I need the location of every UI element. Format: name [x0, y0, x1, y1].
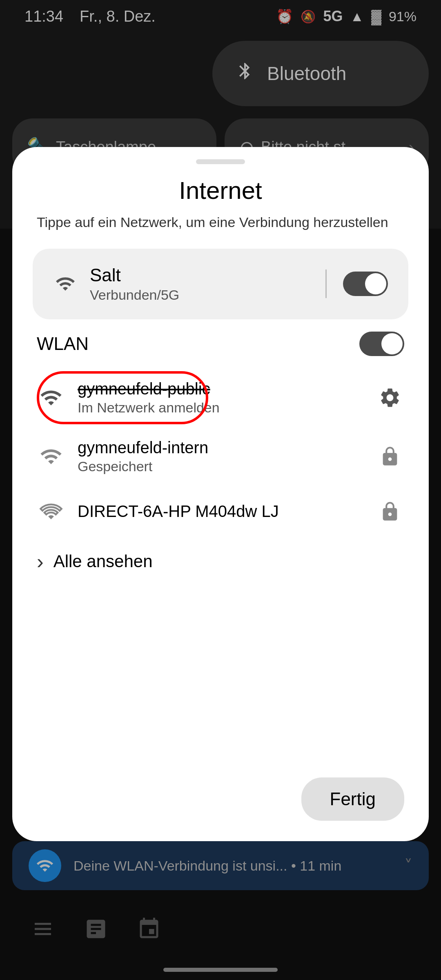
modal-title: Internet	[12, 164, 429, 205]
mobile-card-divider	[325, 270, 327, 298]
wifi-signal-icon-intern	[37, 442, 65, 471]
modal-subtitle: Tippe auf ein Netzwerk, um eine Verbindu…	[12, 205, 429, 232]
alle-ansehen-row[interactable]: › Alle ansehen	[12, 537, 429, 586]
wifi-item-direct6a[interactable]: DIRECT-6A-HP M404dw LJ	[12, 486, 429, 537]
wifi-item-gymneufeld-intern[interactable]: gymneufeld-intern Gespeichert	[12, 427, 429, 486]
wifi-info-direct6a: DIRECT-6A-HP M404dw LJ	[78, 502, 363, 521]
wifi-name-intern: gymneufeld-intern	[78, 439, 363, 457]
alle-ansehen-label: Alle ansehen	[53, 552, 153, 571]
wifi-signal-icon-direct6a	[37, 497, 65, 526]
modal-footer: Fertig	[12, 586, 429, 841]
wifi-name-public: gymneufeld-public	[78, 380, 363, 398]
wifi-settings-icon-public[interactable]	[376, 383, 404, 412]
mobile-status: Verbunden/5G	[90, 287, 309, 303]
wifi-lock-icon-direct6a	[376, 497, 404, 526]
wlan-label: WLAN	[37, 334, 351, 354]
wifi-item-gymneufeld-public[interactable]: gymneufeld-public Im Netzwerk anmelden	[12, 368, 429, 427]
wlan-row[interactable]: WLAN	[12, 319, 429, 368]
modal-handle	[196, 159, 245, 164]
wlan-toggle[interactable]	[359, 332, 404, 356]
wifi-lock-icon-intern	[376, 442, 404, 471]
fertig-button[interactable]: Fertig	[301, 777, 404, 821]
wifi-info-intern: gymneufeld-intern Gespeichert	[78, 439, 363, 474]
wifi-status-intern: Gespeichert	[78, 459, 363, 474]
wlan-toggle-knob	[381, 333, 403, 354]
mobile-signal-icon	[53, 272, 78, 296]
mobile-card[interactable]: Salt Verbunden/5G	[33, 249, 408, 319]
wifi-info-public: gymneufeld-public Im Netzwerk anmelden	[78, 380, 363, 416]
wifi-status-public: Im Netzwerk anmelden	[78, 400, 363, 416]
toggle-knob	[365, 273, 386, 294]
internet-modal: Internet Tippe auf ein Netzwerk, um eine…	[12, 147, 429, 841]
mobile-info: Salt Verbunden/5G	[90, 265, 309, 303]
mobile-name: Salt	[90, 265, 309, 285]
alle-ansehen-chevron-icon: ›	[37, 550, 44, 573]
mobile-toggle[interactable]	[343, 272, 388, 296]
wifi-signal-icon-public	[37, 383, 65, 412]
wifi-name-direct6a: DIRECT-6A-HP M404dw LJ	[78, 502, 363, 521]
